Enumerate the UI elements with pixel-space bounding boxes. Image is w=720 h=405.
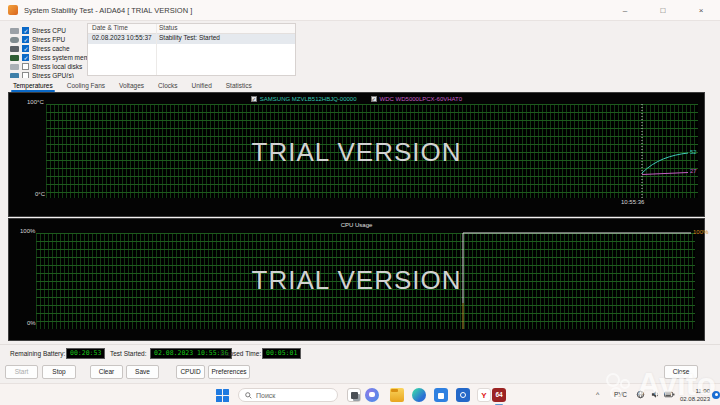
save-button[interactable]: Save [126, 365, 159, 379]
column-header-status[interactable]: Status [156, 24, 295, 33]
app-blue-icon[interactable] [456, 388, 470, 402]
test-started-label: Test Started: [110, 350, 147, 357]
temperature-graph-panel: SAMSUNG MZVLB512HBJQ-00000 WDC WD5000LPC… [8, 92, 705, 217]
stress-option-cpu[interactable]: Stress CPU [10, 26, 66, 35]
stress-option-fpu[interactable]: Stress FPU [10, 35, 65, 44]
window-controls: – □ × [606, 0, 720, 21]
cpuid-button[interactable]: CPUID [176, 365, 205, 379]
aida64-app-icon [8, 5, 18, 15]
stress-memory-checkbox[interactable] [22, 54, 29, 61]
ssd-temp-value: 52 [690, 149, 697, 155]
clock-time: 11:00 [672, 387, 710, 395]
task-view-icon[interactable] [347, 388, 361, 402]
stress-cpu-checkbox[interactable] [22, 27, 29, 34]
stop-button[interactable]: Stop [42, 365, 76, 379]
tab-statistics[interactable]: Statistics [219, 79, 259, 92]
aida64-taskbar-icon[interactable]: 64 [492, 388, 506, 402]
search-placeholder: Поиск [256, 392, 275, 399]
preferences-button[interactable]: Preferences [208, 365, 250, 379]
stress-option-disks[interactable]: Stress local disks [10, 62, 82, 71]
minimize-button[interactable]: – [606, 0, 644, 21]
remaining-battery-label: Remaining Battery: [10, 350, 65, 357]
stress-fpu-checkbox[interactable] [22, 36, 29, 43]
speaker-icon[interactable] [651, 390, 660, 399]
event-log-header: Date & Time Status [88, 24, 295, 34]
disk-icon [10, 64, 19, 70]
log-row-datetime: 02.08.2023 10:55:37 [88, 34, 156, 44]
tabbar: Temperatures Cooling Fans Voltages Clock… [0, 78, 720, 92]
temperature-series-plot [9, 93, 706, 218]
fpu-icon [10, 37, 19, 43]
test-start-time-marker: 10:55:36 [621, 199, 644, 205]
tab-temperatures[interactable]: Temperatures [6, 79, 60, 92]
network-icon[interactable] [636, 390, 645, 399]
clock-date: 02.08.2023 [672, 395, 710, 403]
tab-cooling-fans[interactable]: Cooling Fans [60, 79, 112, 92]
elapsed-time-label: Elapsed Time: [220, 350, 261, 357]
taskbar: Поиск Y 64 ^ РУС 11:00 02.08.2023 [0, 383, 720, 405]
notification-icon[interactable] [712, 391, 720, 399]
screen: System Stability Test - AIDA64 [ TRIAL V… [0, 0, 720, 405]
remaining-battery-value: 00:20:53 [66, 348, 105, 359]
cpu-icon [10, 28, 19, 34]
store-icon[interactable] [434, 388, 448, 402]
close-button[interactable]: Close [664, 365, 698, 379]
elapsed-time-value: 00:05:01 [262, 348, 301, 359]
stress-cache-checkbox[interactable] [22, 45, 29, 52]
log-row[interactable]: 02.08.2023 10:55:37 Stability Test: Star… [88, 34, 295, 44]
stress-disks-checkbox[interactable] [22, 63, 29, 70]
start-button[interactable]: Start [5, 365, 38, 379]
language-indicator[interactable]: РУС [614, 391, 627, 398]
tab-voltages[interactable]: Voltages [112, 79, 151, 92]
yandex-browser-icon[interactable]: Y [477, 388, 491, 402]
cpu-current-value: 100% [693, 229, 708, 235]
search-icon [245, 392, 252, 399]
edge-icon[interactable] [412, 388, 426, 402]
chat-icon[interactable] [365, 388, 379, 402]
cache-icon [10, 46, 19, 52]
hdd-temp-value: 27 [690, 168, 697, 174]
cpu-usage-graph-panel: CPU Usage 100% 0% TRIAL VERSION 100% [8, 218, 705, 341]
stress-option-memory[interactable]: Stress system memory [10, 53, 98, 62]
statusbar: Remaining Battery: 00:20:53 Test Started… [0, 344, 720, 362]
clear-button[interactable]: Clear [90, 365, 123, 379]
actionbar: Start Stop Clear Save CPUID Preferences … [0, 362, 720, 383]
tab-unified[interactable]: Unified [185, 79, 219, 92]
column-header-datetime[interactable]: Date & Time [88, 24, 156, 33]
file-explorer-icon[interactable] [390, 388, 404, 402]
column-divider [156, 24, 157, 75]
clock[interactable]: 11:00 02.08.2023 [672, 387, 710, 403]
cpu-usage-plot [9, 219, 706, 342]
titlebar: System Stability Test - AIDA64 [ TRIAL V… [0, 0, 720, 21]
tab-clocks[interactable]: Clocks [151, 79, 185, 92]
test-config-panel: Stress CPU Stress FPU Stress cache Stres… [0, 21, 720, 78]
memory-icon [10, 55, 19, 61]
search-input[interactable]: Поиск [238, 388, 338, 402]
start-button-windows[interactable] [216, 389, 230, 403]
tray-expand-icon[interactable]: ^ [596, 391, 599, 398]
close-window-button[interactable]: × [682, 0, 720, 21]
event-log-table: Date & Time Status 02.08.2023 10:55:37 S… [87, 23, 296, 76]
log-row-status: Stability Test: Started [156, 34, 295, 44]
maximize-button[interactable]: □ [644, 0, 682, 21]
window-title: System Stability Test - AIDA64 [ TRIAL V… [24, 6, 192, 15]
stress-option-cache[interactable]: Stress cache [10, 44, 70, 53]
